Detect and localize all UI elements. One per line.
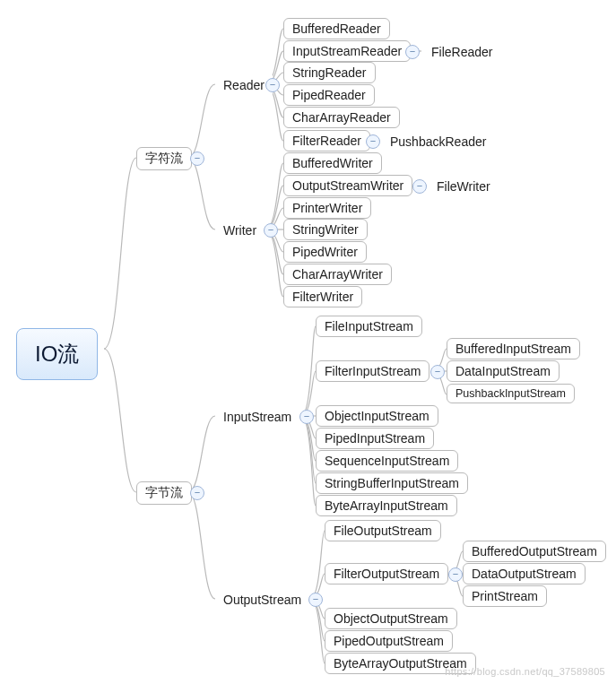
filewriter-node[interactable]: FileWriter bbox=[429, 177, 499, 196]
collapse-icon[interactable]: − bbox=[265, 78, 280, 92]
bufferedwriter-node[interactable]: BufferedWriter bbox=[283, 152, 382, 174]
outputstream-node[interactable]: OutputStream bbox=[215, 590, 309, 610]
collapse-icon[interactable]: − bbox=[264, 223, 278, 238]
printstream-node[interactable]: PrintStream bbox=[463, 585, 547, 607]
printerwriter-node[interactable]: PrinterWriter bbox=[283, 197, 371, 219]
collapse-icon[interactable]: − bbox=[190, 152, 204, 166]
collapse-icon[interactable]: − bbox=[299, 410, 314, 424]
collapse-icon[interactable]: − bbox=[366, 134, 380, 149]
fileoutputstream-node[interactable]: FileOutputStream bbox=[325, 520, 441, 541]
char-stream-node[interactable]: 字符流 bbox=[136, 147, 192, 170]
filterreader-node[interactable]: FilterReader bbox=[283, 130, 370, 152]
stringreader-node[interactable]: StringReader bbox=[283, 62, 376, 83]
chararrayreader-node[interactable]: CharArrayReader bbox=[283, 107, 400, 128]
root-node[interactable]: IO流 bbox=[16, 328, 98, 380]
outputstreamwriter-node[interactable]: OutputStreamWriter bbox=[283, 175, 412, 196]
bufferedoutputstream-node[interactable]: BufferedOutputStream bbox=[463, 541, 606, 562]
pushbackinputstream-node[interactable]: PushbackInputStream bbox=[447, 384, 575, 403]
collapse-icon[interactable]: − bbox=[405, 45, 420, 59]
collapse-icon[interactable]: − bbox=[308, 593, 323, 607]
datainputstream-node[interactable]: DataInputStream bbox=[447, 360, 560, 382]
reader-node[interactable]: Reader bbox=[215, 75, 273, 95]
stringbufferinputstream-node[interactable]: StringBufferInputStream bbox=[316, 472, 468, 494]
collapse-icon[interactable]: − bbox=[412, 179, 427, 194]
fileinputstream-node[interactable]: FileInputStream bbox=[316, 316, 422, 337]
chararraywriter-node[interactable]: CharArrayWriter bbox=[283, 264, 392, 285]
pipedoutputstream-node[interactable]: PipedOutputStream bbox=[325, 630, 453, 652]
filterinputstream-node[interactable]: FilterInputStream bbox=[316, 360, 429, 382]
watermark-text: https://blog.csdn.net/qq_37589805 bbox=[445, 666, 605, 677]
writer-node[interactable]: Writer bbox=[215, 221, 265, 240]
byte-stream-node[interactable]: 字节流 bbox=[136, 481, 192, 505]
buffered-reader-node[interactable]: BufferedReader bbox=[283, 18, 390, 39]
pushbackreader-node[interactable]: PushbackReader bbox=[382, 132, 494, 152]
stringwriter-node[interactable]: StringWriter bbox=[283, 219, 368, 240]
collapse-icon[interactable]: − bbox=[190, 486, 204, 500]
objectoutputstream-node[interactable]: ObjectOutputStream bbox=[325, 608, 457, 629]
collapse-icon[interactable]: − bbox=[430, 365, 445, 379]
collapse-icon[interactable]: − bbox=[448, 567, 463, 582]
pipedreader-node[interactable]: PipedReader bbox=[283, 84, 375, 106]
pipedwriter-node[interactable]: PipedWriter bbox=[283, 241, 367, 263]
bytearrayinputstream-node[interactable]: ByteArrayInputStream bbox=[316, 495, 457, 516]
inputstreamreader-node[interactable]: InputStreamReader bbox=[283, 40, 411, 62]
filteroutputstream-node[interactable]: FilterOutputStream bbox=[325, 563, 448, 584]
inputstream-node[interactable]: InputStream bbox=[215, 407, 299, 427]
filereader-node[interactable]: FileReader bbox=[423, 42, 500, 62]
pipedinputstream-node[interactable]: PipedInputStream bbox=[316, 428, 434, 449]
bufferedinputstream-node[interactable]: BufferedInputStream bbox=[447, 338, 580, 359]
objectinputstream-node[interactable]: ObjectInputStream bbox=[316, 405, 438, 427]
sequenceinputstream-node[interactable]: SequenceInputStream bbox=[316, 450, 458, 472]
filterwriter-node[interactable]: FilterWriter bbox=[283, 286, 362, 307]
dataoutputstream-node[interactable]: DataOutputStream bbox=[463, 563, 586, 584]
